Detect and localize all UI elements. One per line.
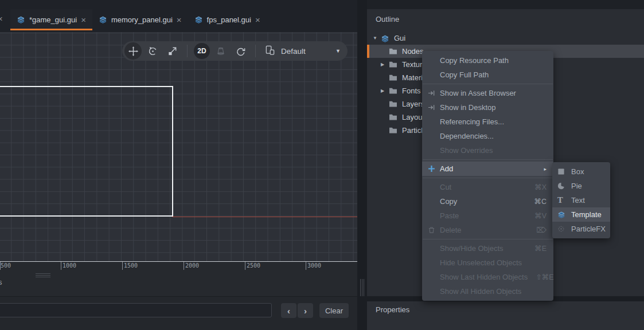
menu-item-delete: Delete ⌦ (422, 223, 553, 237)
menu-item-show-in-asset-browser[interactable]: Show in Asset Browser (422, 86, 553, 100)
menu-separator (422, 176, 553, 180)
menu-item-show-in-desktop[interactable]: Show in Desktop (422, 100, 553, 115)
plus-icon (428, 165, 440, 172)
particlefx-node-icon (557, 225, 571, 233)
chevron-expanded-icon[interactable]: ▼ (373, 36, 381, 41)
menu-item-show-overrides: Show Overrides (422, 143, 553, 158)
tab-label: memory_panel.gui (111, 15, 173, 24)
clear-console-button[interactable]: Clear (319, 303, 349, 318)
ruler-label: 1000 (63, 262, 76, 269)
folder-icon (389, 61, 398, 69)
tree-item-label: Nodes (402, 47, 424, 56)
gui-scene-bounds (0, 86, 173, 217)
folder-icon (389, 74, 398, 82)
ruler-label: 2000 (185, 262, 199, 269)
perspective-camera-button[interactable] (212, 42, 229, 60)
clipped-panel-tab-label: s (0, 278, 2, 286)
menu-item-show-hide-objects: Show/Hide Objects ⌘E (422, 241, 553, 256)
console-filter-input[interactable] (0, 303, 272, 317)
tree-item-label: Gui (394, 34, 405, 42)
find-previous-button[interactable]: ‹ (281, 303, 296, 318)
folder-icon (389, 113, 398, 121)
folder-icon (389, 87, 398, 95)
menu-item-show-all-hidden-objects: Show All Hidden Objects (422, 284, 553, 298)
trash-icon (428, 226, 440, 234)
goto-icon (428, 104, 440, 111)
scene-editor-pane: × *game_gui.gui × memory_panel.gui × (0, 0, 357, 330)
x-axis-guide (172, 217, 357, 217)
move-tool-button[interactable] (124, 42, 142, 60)
add-submenu: Box Pie T Text Template ParticleFX (552, 162, 610, 238)
rotate-tool-button[interactable] (144, 42, 161, 60)
scene-viewport[interactable]: 2D Default ▼ (0, 32, 357, 261)
submenu-item-box[interactable]: Box (552, 164, 610, 179)
ruler-label: 500 (1, 262, 11, 269)
menu-separator (422, 82, 553, 86)
panel-divider[interactable] (357, 0, 367, 330)
tab-label: fps_panel.gui (207, 15, 251, 24)
submenu-item-template[interactable]: Template (552, 207, 610, 222)
tree-item-label: Layers (402, 100, 424, 108)
properties-panel-title: Properties (376, 305, 409, 314)
properties-panel: Properties (367, 301, 644, 330)
menu-item-paste: Paste ⌘V (422, 209, 553, 223)
console-toolbar: ‹ › Clear (0, 296, 357, 330)
menu-item-copy-full-path[interactable]: Copy Full Path (422, 68, 553, 82)
2d-mode-button[interactable]: 2D (194, 43, 210, 59)
outline-panel-title: Outline (376, 15, 399, 23)
tab-bar: × *game_gui.gui × memory_panel.gui × (0, 0, 357, 32)
device-icon (264, 45, 275, 57)
menu-item-copy-resource-path[interactable]: Copy Resource Path (422, 53, 553, 68)
pie-node-icon (557, 182, 571, 190)
tree-item-gui[interactable]: ▼ Gui (367, 32, 644, 45)
menu-separator (422, 237, 553, 241)
gui-file-icon (17, 15, 25, 24)
tab-close-icon[interactable]: × (81, 15, 86, 24)
tab-game-gui[interactable]: *game_gui.gui × (10, 9, 92, 30)
tab-label: *game_gui.gui (29, 15, 77, 24)
profile-label: Default (281, 47, 306, 56)
chevron-collapsed-icon[interactable]: ▶ (381, 62, 389, 67)
folder-icon (389, 127, 398, 135)
gui-template-icon (381, 34, 390, 42)
menu-item-add[interactable]: Add ▸ (422, 162, 553, 176)
gui-file-icon (99, 15, 107, 24)
template-node-icon (557, 211, 571, 219)
viewport-toolbar: 2D Default ▼ (122, 41, 348, 61)
layout-profile-dropdown[interactable]: Default ▼ (264, 45, 341, 57)
toolbar-separator (187, 45, 188, 57)
right-pane-top-edge (367, 0, 644, 9)
context-menu: Copy Resource Path Copy Full Path Show i… (422, 51, 553, 301)
horizontal-ruler: 500 1000 1500 2000 2500 3000 (0, 261, 357, 270)
tab-memory-panel[interactable]: memory_panel.gui × (92, 9, 188, 30)
text-node-icon: T (557, 196, 571, 205)
editor-window: × *game_gui.gui × memory_panel.gui × (0, 0, 644, 330)
tab-close-icon[interactable]: × (177, 15, 182, 24)
clipped-tab-close-icon[interactable]: × (0, 14, 3, 23)
ruler-label: 2500 (247, 262, 260, 269)
panel-resize-grip[interactable] (36, 273, 50, 278)
orbit-camera-button[interactable] (232, 42, 249, 60)
menu-item-cut: Cut ⌘X (422, 180, 553, 194)
folder-icon (389, 48, 398, 56)
menu-item-show-last-hidden-objects: Show Last Hidden Objects ⇧⌘E (422, 270, 553, 284)
divider-drag-handle[interactable] (360, 279, 364, 296)
menu-item-referencing-files[interactable]: Referencing Files... (422, 115, 553, 129)
folder-icon (389, 100, 398, 108)
tab-fps-panel[interactable]: fps_panel.gui × (188, 9, 267, 30)
menu-item-dependencies[interactable]: Dependencies... (422, 129, 553, 143)
scale-tool-button[interactable] (163, 42, 181, 60)
bottom-panel-header: s (0, 270, 357, 296)
ruler-label: 1500 (124, 262, 138, 269)
find-next-button[interactable]: › (298, 303, 313, 318)
tree-item-label: Fonts (402, 87, 421, 95)
submenu-item-particlefx[interactable]: ParticleFX (552, 222, 610, 236)
menu-item-copy[interactable]: Copy ⌘C (422, 194, 553, 209)
chevron-collapsed-icon[interactable]: ▶ (381, 88, 389, 93)
menu-item-hide-unselected-objects: Hide Unselected Objects (422, 256, 553, 270)
submenu-item-pie[interactable]: Pie (552, 179, 610, 193)
tab-close-icon[interactable]: × (255, 15, 260, 24)
submenu-item-text[interactable]: T Text (552, 193, 610, 207)
menu-separator (422, 158, 553, 162)
ruler-label: 3000 (307, 262, 321, 269)
